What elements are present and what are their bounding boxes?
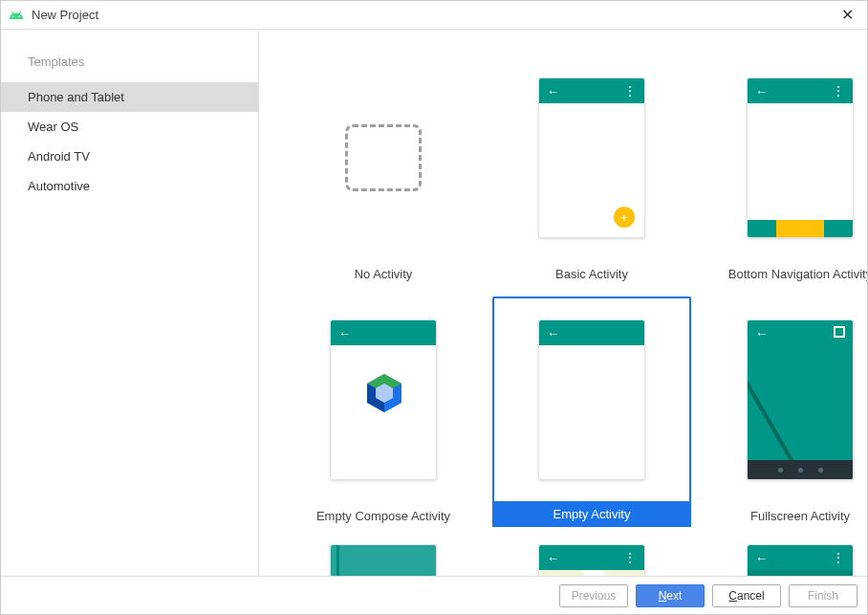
preview-fullscreen — [747, 319, 854, 480]
template-basic-activity[interactable]: + Basic Activity — [492, 55, 691, 281]
sidebar: Templates Phone and Tablet Wear OS Andro… — [1, 30, 259, 576]
preview-interstitial: Interstitial Ad — [330, 544, 437, 576]
jetpack-compose-icon — [361, 370, 407, 416]
template-label: Empty Compose Activity — [284, 503, 483, 523]
template-fullscreen[interactable]: Fullscreen Activity — [701, 297, 867, 527]
back-arrow-icon — [547, 324, 559, 341]
cancel-button[interactable]: Cancel — [712, 584, 781, 607]
back-arrow-icon — [755, 82, 768, 99]
template-label: No Activity — [284, 261, 483, 281]
preview-empty — [538, 319, 645, 480]
template-google-maps[interactable] — [492, 542, 691, 576]
finish-button[interactable]: Finish — [789, 584, 857, 607]
titlebar: New Project ✕ — [1, 1, 867, 30]
overflow-menu-icon — [623, 82, 637, 99]
dialog-body: Templates Phone and Tablet Wear OS Andro… — [1, 30, 867, 576]
overflow-menu-icon — [832, 82, 845, 99]
back-arrow-icon — [547, 549, 559, 566]
previous-button[interactable]: Previous — [559, 584, 628, 607]
close-button[interactable]: ✕ — [841, 6, 854, 24]
expand-icon — [834, 326, 845, 338]
template-label: Fullscreen Activity — [701, 503, 867, 523]
template-empty-compose[interactable]: Empty Compose Activity — [284, 297, 483, 527]
sidebar-item-wear-os[interactable]: Wear OS — [1, 112, 258, 142]
back-arrow-icon — [755, 324, 768, 341]
android-icon — [9, 8, 24, 23]
template-label: Empty Activity — [492, 501, 691, 527]
sidebar-item-automotive[interactable]: Automotive — [1, 171, 258, 201]
fab-icon: + — [614, 207, 635, 228]
template-no-activity[interactable]: No Activity — [284, 55, 483, 281]
sidebar-header: Templates — [1, 49, 258, 82]
preview-scrolling: ★ — [747, 544, 854, 576]
preview-bottomnav — [747, 77, 854, 238]
template-label: Bottom Navigation Activity — [701, 261, 867, 281]
preview-compose — [330, 319, 437, 480]
template-scrolling[interactable]: ★ — [701, 542, 867, 576]
overflow-menu-icon — [832, 549, 845, 566]
back-arrow-icon — [338, 324, 351, 341]
window-title: New Project — [32, 8, 98, 22]
back-arrow-icon — [755, 549, 768, 566]
next-button[interactable]: Next — [636, 584, 705, 607]
preview-basic: + — [538, 77, 645, 238]
template-empty-activity[interactable]: Empty Activity — [492, 297, 691, 527]
overflow-menu-icon — [623, 549, 637, 566]
footer: Previous Next Cancel Finish — [1, 576, 867, 614]
template-grid: No Activity + Basic Activity Bottom Navi… — [284, 55, 842, 576]
preview-map — [538, 544, 645, 576]
template-bottom-nav[interactable]: Bottom Navigation Activity — [701, 55, 867, 281]
sidebar-item-phone-tablet[interactable]: Phone and Tablet — [1, 82, 258, 112]
template-interstitial[interactable]: Interstitial Ad — [284, 542, 483, 576]
preview-no-activity — [330, 77, 437, 238]
sidebar-item-android-tv[interactable]: Android TV — [1, 142, 258, 171]
template-grid-container: No Activity + Basic Activity Bottom Navi… — [259, 30, 867, 576]
template-label: Basic Activity — [492, 261, 691, 281]
back-arrow-icon — [547, 82, 559, 99]
